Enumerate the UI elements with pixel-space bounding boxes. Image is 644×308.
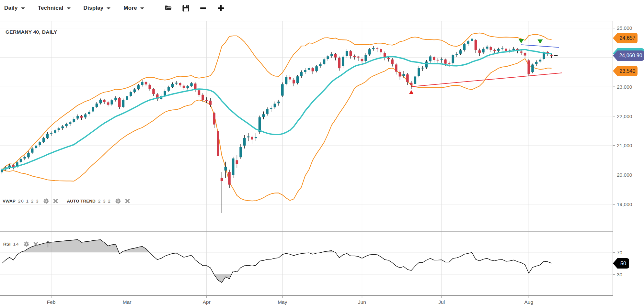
rsi-indicator-params: 14: [13, 242, 19, 247]
auto-trend-line-red: [411, 73, 562, 87]
rsi-indicator-label: RSI: [3, 242, 11, 247]
upper-band-badge: 24,657: [613, 33, 638, 43]
rsi-value-badge: 50: [613, 258, 629, 269]
menu-daily-label: Daily: [4, 5, 18, 11]
chart-frame: [0, 21, 613, 295]
last-price-badge: 24,060.90: [613, 50, 644, 61]
indicator-legend-row: VWAP 20 1 2 3 AUTO TREND 2 3 2: [3, 198, 130, 204]
chart-title: GERMANY 40, DAILY: [6, 29, 57, 35]
sell-signal-marker: [537, 39, 543, 44]
svg-text:24,657: 24,657: [620, 35, 636, 41]
vwap-indicator-params: 20 1 2 3: [18, 199, 39, 204]
autotrend-settings-icon[interactable]: [115, 198, 121, 204]
menu-display[interactable]: Display: [84, 5, 111, 11]
zoom-out-icon[interactable]: [199, 4, 207, 12]
svg-text:25,000: 25,000: [617, 25, 632, 31]
svg-text:30: 30: [617, 272, 623, 277]
chevron-down-icon: [67, 7, 71, 9]
price-chart-canvas[interactable]: 25,00023,00022,00021,00020,00019,0007030…: [0, 0, 644, 308]
autotrend-indicator-params: 2 3 2: [98, 199, 111, 204]
price-axis: 25,00023,00022,00021,00020,00019,0007030: [613, 25, 632, 277]
menu-more[interactable]: More: [123, 5, 144, 11]
sell-signal-marker: [519, 39, 524, 43]
arrow-up-icon[interactable]: [45, 240, 51, 248]
autotrend-indicator-label: AUTO TREND: [67, 199, 96, 204]
chevron-down-icon: [21, 7, 25, 9]
autotrend-remove-icon[interactable]: [125, 199, 130, 204]
vwap-settings-icon[interactable]: [43, 198, 49, 204]
svg-text:Mar: Mar: [123, 299, 132, 305]
rsi-legend-row: RSI 14: [3, 240, 51, 248]
chevron-down-icon: [107, 7, 110, 9]
zoom-in-icon[interactable]: [217, 4, 225, 12]
svg-text:Feb: Feb: [47, 299, 56, 305]
upper-band-line: [2, 33, 552, 170]
axis-badges: 24,65723,54024,060.9050: [613, 33, 644, 269]
buy-signal-marker: [409, 90, 414, 94]
svg-text:23,540: 23,540: [620, 68, 636, 74]
menu-more-label: More: [123, 5, 137, 11]
open-folder-icon[interactable]: [164, 5, 172, 12]
candles-layer: [1, 38, 553, 213]
auto-trend-line-blue: [521, 45, 559, 47]
svg-text:Aug: Aug: [524, 299, 534, 305]
trading-chart-app: Daily Technical Display More: [0, 0, 644, 308]
svg-text:21,000: 21,000: [617, 143, 632, 148]
svg-text:Jun: Jun: [358, 299, 366, 305]
svg-text:24,060.90: 24,060.90: [619, 53, 642, 58]
svg-text:70: 70: [617, 250, 623, 255]
svg-text:22,000: 22,000: [617, 114, 632, 119]
trend-lines: [411, 45, 562, 86]
svg-text:19,000: 19,000: [617, 202, 632, 207]
svg-text:50: 50: [620, 261, 626, 266]
rsi-settings-icon[interactable]: [23, 241, 29, 247]
svg-text:23,000: 23,000: [617, 84, 632, 90]
menu-technical[interactable]: Technical: [38, 5, 71, 11]
svg-text:Apr: Apr: [203, 299, 211, 305]
save-icon[interactable]: [182, 5, 190, 12]
menu-technical-label: Technical: [38, 5, 63, 11]
toolbar: Daily Technical Display More: [0, 0, 644, 16]
chevron-down-icon: [140, 7, 144, 9]
vwap-indicator-label: VWAP: [3, 199, 16, 204]
vwap-remove-icon[interactable]: [53, 199, 58, 204]
rsi-fill: [20, 240, 335, 283]
vwap-line: [2, 50, 558, 170]
svg-text:20,000: 20,000: [617, 172, 632, 178]
rsi-remove-icon[interactable]: [33, 242, 38, 247]
svg-text:Jul: Jul: [438, 299, 445, 305]
menu-display-label: Display: [84, 5, 104, 11]
time-axis: FebMarAprMayJunJulAug: [47, 295, 533, 305]
gridlines: [0, 21, 613, 298]
lower-band-line: [2, 59, 552, 201]
lower-band-badge: 23,540: [613, 66, 638, 76]
menu-daily[interactable]: Daily: [4, 5, 25, 11]
svg-text:May: May: [278, 299, 287, 305]
